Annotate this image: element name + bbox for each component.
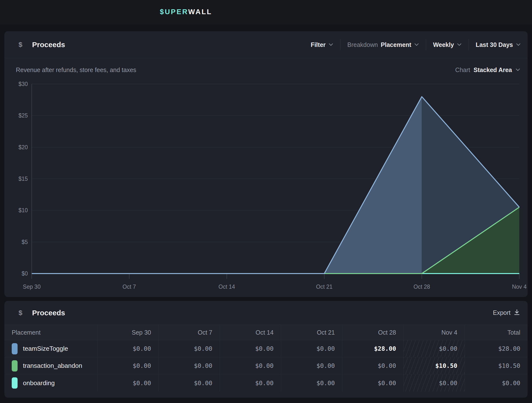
table-row-onboarding[interactable]: onboarding$0.00$0.00$0.00$0.00$0.00$0.00…	[4, 374, 528, 392]
table-panel-header: $ Proceeds Export	[4, 301, 528, 325]
value-cell: $28.00	[342, 340, 403, 357]
value-cell: $0.00	[342, 357, 403, 374]
dollar-icon: $	[19, 309, 22, 317]
column-header-placement: Placement	[4, 325, 97, 340]
value-cell: $0.00	[342, 374, 403, 392]
placement-name: teamSizeToggle	[23, 345, 68, 352]
proceeds-table: PlacementSep 30Oct 7Oct 14Oct 21Oct 28No…	[4, 325, 528, 392]
logo-dollar-part: $UPER	[160, 8, 188, 16]
value-cell: $0.00	[220, 357, 281, 374]
placement-cell: onboarding	[4, 374, 97, 392]
value-cell: $0.00	[281, 374, 342, 392]
area-fill-teamSizeToggle	[32, 97, 422, 274]
table-header-row: PlacementSep 30Oct 7Oct 14Oct 21Oct 28No…	[4, 325, 528, 340]
column-header-oct-21: Oct 21	[281, 325, 342, 340]
column-header-oct-7: Oct 7	[158, 325, 220, 340]
value-cell: $0.00	[281, 340, 342, 357]
value-cell: $28.00	[465, 340, 528, 357]
download-icon	[514, 309, 520, 317]
placement-cell: teamSizeToggle	[4, 340, 97, 357]
value-cell: $0.00	[403, 340, 465, 357]
y-axis-label: $25	[19, 112, 28, 119]
y-axis-label: $0	[21, 270, 28, 277]
x-axis-label: Oct 21	[316, 284, 333, 290]
x-axis-label: Oct 14	[218, 284, 235, 290]
proceeds-table-panel: $ Proceeds Export PlacementSep 30Oct 7Oc…	[4, 301, 528, 398]
value-cell: $0.00	[158, 374, 220, 392]
y-axis-label: $30	[19, 81, 28, 87]
superwall-logo[interactable]: $UPERWALL	[160, 8, 212, 16]
y-axis-label: $20	[19, 144, 28, 150]
column-header-sep-30: Sep 30	[97, 325, 158, 340]
value-cell: $0.00	[281, 357, 342, 374]
column-header-oct-14: Oct 14	[220, 325, 281, 340]
value-cell: $0.00	[97, 357, 158, 374]
value-cell: $0.00	[158, 357, 220, 374]
table-panel-title: Proceeds	[32, 309, 65, 317]
placement-name: transaction_abandon	[23, 362, 82, 370]
value-cell: $0.00	[220, 340, 281, 357]
y-axis-label: $10	[19, 207, 28, 213]
value-cell: $0.00	[220, 374, 281, 392]
y-axis-label: $5	[21, 239, 28, 245]
column-header-nov-4: Nov 4	[403, 325, 465, 340]
column-header-total: Total	[465, 325, 528, 340]
series-swatch-icon	[12, 377, 18, 389]
x-axis-label: Sep 30	[23, 284, 41, 290]
table-row-transaction_abandon[interactable]: transaction_abandon$0.00$0.00$0.00$0.00$…	[4, 357, 528, 374]
x-axis-label: Nov 4	[512, 284, 527, 290]
stacked-area-chart[interactable]: $0$5$10$15$20$25$30Sep 30Oct 7Oct 14Oct …	[4, 31, 528, 297]
table-row-teamSizeToggle[interactable]: teamSizeToggle$0.00$0.00$0.00$0.00$28.00…	[4, 340, 528, 357]
x-axis-label: Oct 7	[123, 284, 136, 290]
logo-wall-part: WALL	[188, 8, 212, 16]
placement-cell: transaction_abandon	[4, 357, 97, 374]
value-cell: $0.00	[158, 340, 220, 357]
x-axis-label: Oct 28	[414, 284, 430, 290]
y-axis-label: $15	[19, 176, 28, 182]
value-cell: $0.00	[97, 374, 158, 392]
top-bar: $UPERWALL	[0, 0, 532, 24]
value-cell: $10.50	[465, 357, 528, 374]
value-cell: $0.00	[403, 374, 465, 392]
series-swatch-icon	[12, 343, 18, 354]
export-button[interactable]: Export	[493, 309, 520, 317]
value-cell: $10.50	[403, 357, 465, 374]
column-header-oct-28: Oct 28	[342, 325, 403, 340]
value-cell: $0.00	[465, 374, 528, 392]
proceeds-chart-panel: $ Proceeds Filter Breakdown Placement We…	[4, 31, 528, 297]
export-label: Export	[493, 309, 511, 316]
series-swatch-icon	[12, 360, 18, 371]
value-cell: $0.00	[97, 340, 158, 357]
placement-name: onboarding	[23, 379, 55, 387]
